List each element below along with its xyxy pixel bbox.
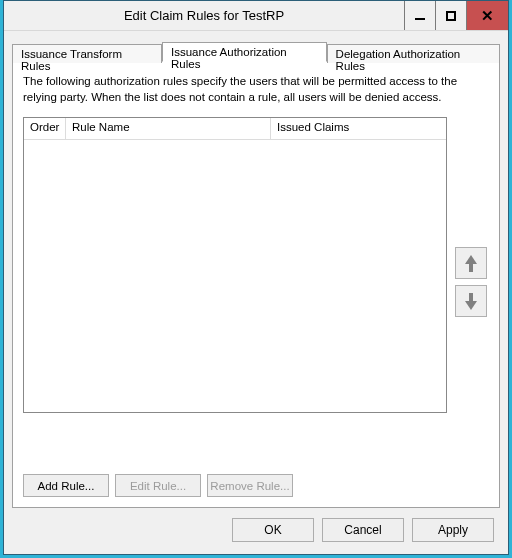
reorder-buttons bbox=[455, 247, 489, 317]
cancel-button[interactable]: Cancel bbox=[322, 518, 404, 542]
add-rule-button[interactable]: Add Rule... bbox=[23, 474, 109, 497]
tab-delegation-authorization[interactable]: Delegation Authorization Rules bbox=[327, 44, 500, 63]
list-area: Order Rule Name Issued Claims bbox=[23, 117, 489, 427]
tab-panel: The following authorization rules specif… bbox=[12, 61, 500, 508]
tab-issuance-transform[interactable]: Issuance Transform Rules bbox=[12, 44, 162, 63]
minimize-button[interactable] bbox=[404, 1, 435, 30]
close-button[interactable]: ✕ bbox=[466, 1, 508, 30]
maximize-icon bbox=[446, 11, 456, 21]
apply-button[interactable]: Apply bbox=[412, 518, 494, 542]
close-icon: ✕ bbox=[481, 7, 494, 25]
window-title: Edit Claim Rules for TestRP bbox=[4, 1, 404, 30]
remove-rule-button: Remove Rule... bbox=[207, 474, 293, 497]
column-rule-name[interactable]: Rule Name bbox=[66, 118, 271, 139]
move-down-button[interactable] bbox=[455, 285, 487, 317]
ok-button[interactable]: OK bbox=[232, 518, 314, 542]
panel-description: The following authorization rules specif… bbox=[23, 74, 489, 105]
client-area: Issuance Transform Rules Issuance Author… bbox=[4, 31, 508, 554]
titlebar: Edit Claim Rules for TestRP ✕ bbox=[4, 1, 508, 31]
minimize-icon bbox=[415, 18, 425, 20]
column-issued-claims[interactable]: Issued Claims bbox=[271, 118, 446, 139]
rules-listview[interactable]: Order Rule Name Issued Claims bbox=[23, 117, 447, 413]
column-order[interactable]: Order bbox=[24, 118, 66, 139]
edit-rule-button: Edit Rule... bbox=[115, 474, 201, 497]
dialog-window: Edit Claim Rules for TestRP ✕ Issuance T… bbox=[3, 0, 509, 555]
arrow-down-icon bbox=[465, 293, 477, 310]
move-up-button[interactable] bbox=[455, 247, 487, 279]
arrow-up-icon bbox=[465, 255, 477, 272]
tab-issuance-authorization[interactable]: Issuance Authorization Rules bbox=[162, 42, 327, 62]
dialog-buttons-row: OK Cancel Apply bbox=[12, 508, 500, 546]
titlebar-buttons: ✕ bbox=[404, 1, 508, 30]
maximize-button[interactable] bbox=[435, 1, 466, 30]
tabs-row: Issuance Transform Rules Issuance Author… bbox=[12, 39, 500, 61]
rule-buttons-row: Add Rule... Edit Rule... Remove Rule... bbox=[23, 474, 293, 497]
listview-header: Order Rule Name Issued Claims bbox=[24, 118, 446, 140]
